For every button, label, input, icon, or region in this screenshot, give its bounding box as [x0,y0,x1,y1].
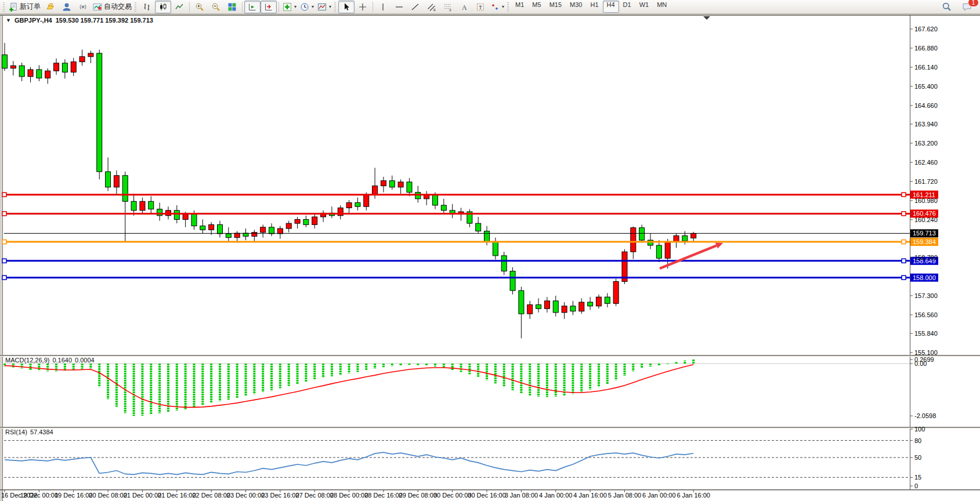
time-tick-label: 29 Dec 08:00 [399,492,437,499]
price-tick-label: 156.560 [914,311,938,318]
text-a-icon: A [460,2,469,12]
bar-chart-button[interactable] [139,1,155,13]
auto-trading-button[interactable]: 自动交易 [91,1,133,13]
candle [588,302,593,306]
templates-button[interactable]: ▾ [316,1,333,13]
time-tick-label: 3 Jan 08:00 [505,492,538,499]
timeframe-m15-button[interactable]: M15 [545,1,566,13]
price-tick-label: 155.840 [914,330,938,337]
new-order-button[interactable]: 新订单 [7,1,42,13]
price-tick-label: 160.980 [914,197,938,204]
zoom-out-icon [211,2,220,12]
chevron-down-icon: ▾ [329,4,331,9]
signal-button[interactable] [75,1,91,13]
candle [605,297,610,303]
search-button[interactable] [938,1,954,13]
chart-canvas[interactable]: 161.211160.476159.713159.384158.649158.0… [0,0,980,501]
crosshair-tool-button[interactable] [355,1,371,13]
timeframe-m30-button[interactable]: M30 [566,1,586,13]
toolbar-grip[interactable] [334,2,336,12]
candle [476,223,481,231]
macd-indicator-label: MACD(12,26,9) 0.1640 0.0004 [5,357,95,364]
price-tick-label: 165.400 [914,83,938,90]
chevron-down-icon: ▾ [294,4,296,9]
svg-text:F: F [450,8,452,12]
timeframe-m1-button[interactable]: M1 [511,1,528,13]
candle [54,63,59,71]
candle [519,291,524,314]
candlestick-chart-button[interactable] [155,1,171,13]
indicators-button[interactable]: ▾ [281,1,298,13]
candle [312,217,317,224]
time-tick-label: 6 Jan 00:00 [642,492,676,499]
candle [570,306,576,311]
chart-shift-button[interactable] [261,1,277,13]
tile-windows-button[interactable] [224,1,240,13]
timeframe-d1-button[interactable]: D1 [619,1,635,13]
price-tick-label: 160.240 [914,216,938,223]
line-chart-icon [175,2,184,12]
zoom-in-button[interactable] [191,1,208,13]
svg-text:158.000: 158.000 [913,274,936,281]
toolbar-grip[interactable] [3,2,5,12]
candle [355,203,360,207]
candle [613,281,619,303]
equidistant-channel-icon: E [427,2,436,12]
candle [183,215,188,220]
timeframe-h1-button[interactable]: H1 [586,1,602,13]
toolbar-grip[interactable] [507,2,509,12]
text-tool-button[interactable]: A [456,1,472,13]
fibonacci-tool-button[interactable]: F [440,1,456,13]
auto-scroll-icon [248,2,257,12]
toolbar-separator [279,2,279,12]
vertical-line-tool-button[interactable] [375,1,391,13]
timeframe-h4-button[interactable]: H4 [603,1,619,13]
candle [286,223,291,228]
candle [493,241,498,256]
trendline-tool-button[interactable] [407,1,424,13]
line-chart-button[interactable] [171,1,187,13]
cursor-tool-button[interactable] [338,1,355,13]
channel-tool-button[interactable]: E [424,1,440,13]
rsi-value: 57.4384 [30,429,53,435]
candle [484,231,490,242]
auto-trading-icon [93,2,102,12]
time-tick-label: 6 Jan 16:00 [677,492,710,499]
community-chat-button[interactable]: 1 [959,1,975,13]
time-tick-label: 5 Jan 08:00 [608,492,642,499]
timeframe-w1-button[interactable]: W1 [635,1,653,13]
price-tick-label: 162.460 [914,159,938,166]
candle [562,306,567,313]
candle [28,70,33,77]
toolbar-grip[interactable] [135,2,136,12]
main-toolbar: 新订单 自动交易 ▾ [0,0,980,14]
time-axis: 16 Dec 202219 Dec 00:0019 Dec 16:0020 De… [1,490,710,499]
auto-scroll-button[interactable] [244,1,261,13]
macd-signal-value: 0.0004 [75,357,95,364]
candle [2,55,8,68]
candle [79,57,85,62]
rsi-scale-label: 80 [914,437,921,444]
candle [674,236,679,242]
zoom-out-button[interactable] [208,1,224,13]
timeframe-m5-button[interactable]: M5 [528,1,545,13]
candle [19,66,24,77]
profile-button[interactable] [59,1,75,13]
candle [191,215,197,226]
text-label-tool-button[interactable]: T [472,1,489,13]
time-tick-label: 30 Dec 00:00 [433,492,471,499]
candle [157,209,162,216]
periods-button[interactable]: ▾ [298,1,316,13]
template-icon [317,2,327,12]
candle [373,186,378,195]
candle [234,233,240,238]
time-tick-label: 30 Dec 16:00 [468,492,505,499]
zoom-in-icon [195,2,204,12]
timeframe-mn-button[interactable]: MN [653,1,671,13]
gold-button[interactable] [42,1,59,13]
arrows-tool-button[interactable]: ▾ [489,1,506,13]
collapse-caret-icon[interactable]: ▼ [6,17,11,23]
horizontal-line-icon [395,2,404,12]
horizontal-line-tool-button[interactable] [391,1,407,13]
candle [553,301,558,313]
